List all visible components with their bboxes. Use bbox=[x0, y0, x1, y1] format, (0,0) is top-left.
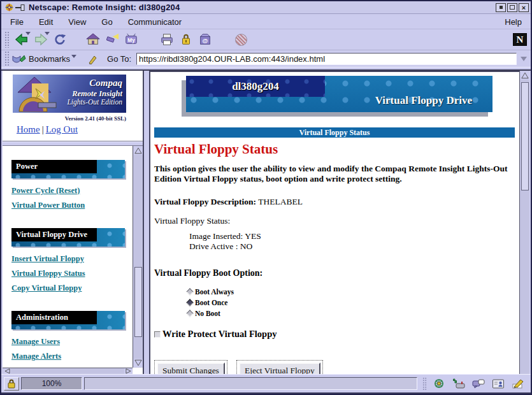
menu-help[interactable]: Help bbox=[505, 17, 522, 27]
security-button[interactable] bbox=[176, 31, 196, 48]
close-button[interactable]: × bbox=[519, 3, 529, 12]
maximize-button[interactable] bbox=[507, 3, 517, 12]
section-title-text: Virtual Floppy Status bbox=[299, 128, 370, 138]
url-history-dropdown-icon[interactable] bbox=[519, 55, 527, 63]
sidebar-horizontal-scrollbar[interactable] bbox=[3, 368, 133, 374]
iconify-button[interactable] bbox=[496, 3, 506, 12]
progress-value: 100% bbox=[42, 379, 62, 388]
boot-always-radio[interactable] bbox=[186, 288, 193, 295]
sidebar-link-insert-virtual-floppy[interactable]: Insert Virtual Floppy bbox=[11, 254, 84, 264]
logout-link[interactable]: Log Out bbox=[46, 124, 78, 134]
component-bar-grip[interactable] bbox=[422, 377, 427, 390]
menu-communicator[interactable]: Communicator bbox=[128, 17, 182, 27]
section-title: Administration bbox=[16, 313, 68, 322]
window-manager-icon[interactable] bbox=[4, 3, 14, 12]
status-bar: 100% bbox=[1, 374, 531, 392]
composer-icon bbox=[512, 378, 524, 389]
bookmarks-label[interactable]: Bookmarks bbox=[29, 54, 70, 64]
back-dropdown-icon[interactable] bbox=[25, 32, 31, 35]
sidebar-link-manage-users[interactable]: Manage Users bbox=[11, 337, 60, 347]
main-vertical-scrollbar[interactable] bbox=[519, 71, 529, 374]
boot-once-radio[interactable] bbox=[186, 299, 193, 306]
boot-option-radio-group: Boot Always Boot Once No Boot bbox=[187, 286, 521, 319]
discussions-button[interactable] bbox=[471, 377, 486, 390]
section-header-administration: Administration bbox=[11, 311, 125, 329]
boot-always-label[interactable]: Boot Always bbox=[195, 288, 234, 296]
navigation-toolbar: My @ bbox=[1, 29, 531, 50]
mailbox-button[interactable] bbox=[451, 377, 466, 390]
logo-edition: Lights-Out Edition bbox=[67, 98, 122, 107]
sidebar-link-manage-alerts[interactable]: Manage Alerts bbox=[11, 352, 61, 361]
url-input[interactable] bbox=[136, 53, 517, 65]
menu-go[interactable]: Go bbox=[101, 17, 112, 27]
scroll-down-icon[interactable] bbox=[134, 359, 143, 367]
compaq-logo: Compaq Remote Insight Lights-Out Edition bbox=[13, 75, 126, 113]
back-button[interactable] bbox=[12, 31, 31, 48]
stop-button[interactable] bbox=[231, 31, 250, 48]
menu-file[interactable]: File bbox=[10, 17, 24, 27]
boot-always-row: Boot Always bbox=[187, 286, 521, 297]
page-heading: Virtual Floppy Status bbox=[154, 141, 521, 157]
security-indicator-button[interactable] bbox=[4, 377, 19, 391]
write-protect-label: Write Protect Virtual Floppy bbox=[162, 329, 277, 340]
scrollbar-thumb[interactable] bbox=[134, 267, 142, 337]
eject-virtual-floppy-button[interactable]: Eject Virtual Floppy bbox=[239, 363, 320, 374]
title-bar[interactable]: Netscape: Remote Insight: dl380g204 × bbox=[1, 1, 531, 14]
my-netscape-button[interactable]: My bbox=[122, 31, 141, 48]
sidebar-frame-divider bbox=[3, 141, 143, 146]
scroll-right-icon[interactable] bbox=[124, 368, 132, 374]
print-icon bbox=[160, 32, 174, 47]
address-book-button[interactable] bbox=[491, 377, 506, 390]
shop-icon: @ bbox=[198, 32, 212, 47]
section-header-virtual-floppy: Virtual Floppy Drive bbox=[11, 228, 125, 247]
sidebar-nav-frame: Power Power Cycle (Reset) Virtual Power … bbox=[3, 146, 133, 368]
logo-brand: Compaq bbox=[67, 78, 122, 89]
page-banner: dl380g204 Virtual Floppy Drive bbox=[186, 76, 492, 112]
version-label: Version 2.41 (40-bit SSL) bbox=[13, 115, 126, 122]
bookmarks-icon[interactable] bbox=[12, 54, 26, 64]
home-link[interactable]: Home bbox=[17, 124, 40, 134]
session-links: Home|Log Out bbox=[17, 124, 78, 135]
main-frame: dl380g204 Virtual Floppy Drive Virtual F… bbox=[149, 71, 521, 374]
scrollbar-thumb[interactable] bbox=[521, 82, 529, 190]
section-title: Virtual Floppy Drive bbox=[16, 230, 87, 240]
scroll-up-icon[interactable] bbox=[134, 147, 143, 155]
write-protect-checkbox[interactable] bbox=[154, 331, 161, 338]
boot-once-label[interactable]: Boot Once bbox=[195, 299, 227, 306]
sidebar-vertical-scrollbar[interactable] bbox=[133, 146, 143, 368]
sidebar-link-virtual-power-button[interactable]: Virtual Power Button bbox=[11, 201, 85, 210]
submit-changes-button[interactable]: Submit Changes bbox=[157, 363, 225, 374]
scroll-up-icon[interactable] bbox=[521, 71, 529, 80]
scroll-left-icon[interactable] bbox=[3, 368, 11, 374]
sidebar-link-virtual-floppy-status[interactable]: Virtual Floppy Status bbox=[11, 269, 85, 278]
home-icon bbox=[86, 32, 100, 47]
discussions-icon bbox=[472, 378, 485, 389]
search-button[interactable] bbox=[103, 31, 122, 48]
navigator-button[interactable] bbox=[431, 377, 447, 390]
sidebar-link-power-cycle[interactable]: Power Cycle (Reset) bbox=[11, 186, 80, 196]
svg-text:@: @ bbox=[203, 38, 208, 44]
menu-edit[interactable]: Edit bbox=[39, 17, 53, 27]
toolbar-grip[interactable] bbox=[4, 31, 10, 48]
page-proxy-quill-icon[interactable] bbox=[88, 54, 98, 64]
window-title: Netscape: Remote Insight: dl380g204 bbox=[29, 3, 496, 12]
forward-button[interactable] bbox=[31, 31, 50, 48]
bookmarks-dropdown-icon[interactable] bbox=[71, 55, 76, 58]
reload-button[interactable] bbox=[50, 31, 69, 48]
progress-indicator: 100% bbox=[21, 377, 82, 390]
composer-button[interactable] bbox=[510, 377, 526, 390]
no-boot-radio[interactable] bbox=[186, 310, 193, 317]
print-button[interactable] bbox=[157, 31, 176, 48]
shop-button[interactable]: @ bbox=[196, 31, 215, 48]
forward-dropdown-icon[interactable] bbox=[45, 32, 50, 35]
component-bar bbox=[422, 377, 528, 390]
home-button[interactable] bbox=[83, 31, 103, 48]
security-lock-icon bbox=[179, 32, 193, 47]
no-boot-label[interactable]: No Boot bbox=[195, 310, 220, 317]
netscape-logo[interactable]: N bbox=[513, 33, 527, 46]
sidebar-link-copy-virtual-floppy[interactable]: Copy Virtual Floppy bbox=[11, 284, 82, 293]
menu-view[interactable]: View bbox=[68, 17, 86, 27]
window-bottom-edge bbox=[1, 392, 531, 395]
pushpin-icon[interactable] bbox=[15, 4, 25, 11]
location-grip[interactable] bbox=[4, 51, 10, 68]
